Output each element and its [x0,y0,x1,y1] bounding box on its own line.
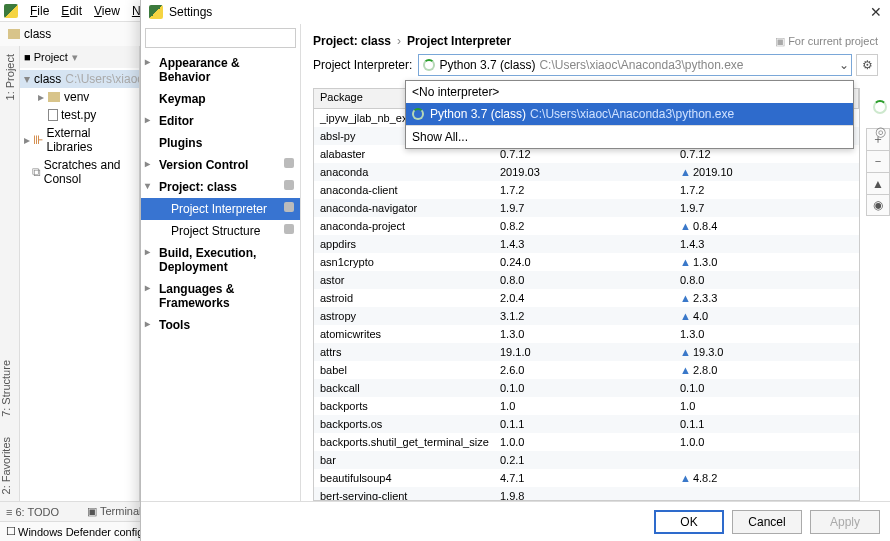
table-row[interactable]: bar0.2.1 [314,451,859,469]
folder-icon [8,29,20,39]
remove-button[interactable]: － [866,150,890,172]
progress-icon [873,100,887,114]
breadcrumb-label: class [24,27,51,41]
pycharm-icon [4,4,18,18]
upgrade-button[interactable]: ▲ [866,172,890,194]
close-icon[interactable]: ✕ [870,4,882,20]
chevron-down-icon: ⌄ [839,58,849,72]
table-row[interactable]: attrs19.1.0▲19.3.0 [314,343,859,361]
table-row[interactable]: backports.os0.1.10.1.1 [314,415,859,433]
table-row[interactable]: beautifulsoup44.7.1▲4.8.2 [314,469,859,487]
table-row[interactable]: atomicwrites1.3.01.3.0 [314,325,859,343]
menu-edit[interactable]: Edit [55,4,88,18]
menu-file[interactable]: File [24,4,55,18]
todo-tool-button[interactable]: ≡ 6: TODO [6,506,73,518]
table-row[interactable]: backports1.01.0 [314,397,859,415]
ok-button[interactable]: OK [654,510,724,534]
category-item[interactable]: ▾Project: class [141,176,300,198]
table-row[interactable]: astor0.8.00.8.0 [314,271,859,289]
settings-breadcrumb: Project: class›Project Interpreter For c… [301,24,890,54]
option-python37[interactable]: Python 3.7 (class) C:\Users\xiaoc\Anacon… [406,103,853,125]
category-item[interactable]: ▸Languages & Frameworks [141,278,300,314]
cancel-button[interactable]: Cancel [732,510,802,534]
table-row[interactable]: anaconda-project0.8.2▲0.8.4 [314,217,859,235]
search-input[interactable] [145,28,296,48]
table-row[interactable]: anaconda2019.03▲2019.10 [314,163,859,181]
table-row[interactable]: anaconda-navigator1.9.71.9.7 [314,199,859,217]
project-tool-button[interactable]: 1: Project [4,54,16,100]
table-row[interactable]: asn1crypto0.24.0▲1.3.0 [314,253,859,271]
category-item[interactable]: Keymap [141,88,300,110]
category-item[interactable]: Plugins [141,132,300,154]
table-row[interactable]: astropy3.1.2▲4.0 [314,307,859,325]
category-item[interactable]: Project Structure [141,220,300,242]
interpreter-settings-button[interactable]: ⚙ [856,54,878,76]
interpreter-combo[interactable]: Python 3.7 (class) C:\Users\xiaoc\Anacon… [418,54,852,76]
table-row[interactable]: backcall0.1.00.1.0 [314,379,859,397]
project-tree: ■Project▾ ▾classC:\Users\xiaoc\▸venvtest… [20,46,140,501]
loading-icon [423,59,435,71]
tree-item[interactable]: test.py [20,106,139,124]
status-text: Windows Defender configu [18,526,149,538]
structure-tool-button[interactable]: 7: Structure [0,360,12,417]
settings-dialog: Settings ✕ ▸Appearance & BehaviorKeymap▸… [140,0,890,541]
table-row[interactable]: appdirs1.4.31.4.3 [314,235,859,253]
dialog-buttons: OK Cancel Apply [141,501,890,541]
tree-item[interactable]: ▾classC:\Users\xiaoc\ [20,70,139,88]
show-button[interactable]: ◉ [866,194,890,216]
table-row[interactable]: astroid2.0.4▲2.3.3 [314,289,859,307]
option-no-interpreter[interactable]: <No interpreter> [406,81,853,103]
category-item[interactable]: Project Interpreter [141,198,300,220]
option-show-all[interactable]: Show All... [406,126,853,148]
package-tool-buttons: ＋ － ▲ ◉ [866,128,890,216]
apply-button[interactable]: Apply [810,510,880,534]
menu-view[interactable]: View [88,4,126,18]
tree-item[interactable]: ▸⊪External Libraries [20,124,139,156]
package-table: Package _ipyw_jlab_nb_ext_absl-pyalabast… [313,88,860,501]
table-row[interactable]: anaconda-client1.7.21.7.2 [314,181,859,199]
category-item[interactable]: ▸Appearance & Behavior [141,52,300,88]
category-item[interactable]: ▸Tools [141,314,300,336]
interpreter-label: Project Interpreter: [313,58,412,72]
interpreter-dropdown: <No interpreter> Python 3.7 (class) C:\U… [405,80,854,149]
category-item[interactable]: ▸Editor [141,110,300,132]
pycharm-icon [149,5,163,19]
tree-item[interactable]: ▸venv [20,88,139,106]
category-item[interactable]: ▸Build, Execution, Deployment [141,242,300,278]
for-current-project-label: For current project [775,35,878,48]
table-row[interactable]: backports.shutil_get_terminal_size1.0.01… [314,433,859,451]
loading-icon [412,108,424,120]
favorites-tool-button[interactable]: 2: Favorites [0,437,12,494]
watch-icon[interactable]: ◎ [875,124,886,139]
table-row[interactable]: bert-serving-client1.9.8 [314,487,859,500]
dialog-title: Settings [169,5,870,19]
settings-sidebar: ▸Appearance & BehaviorKeymap▸EditorPlugi… [141,24,301,501]
category-item[interactable]: ▸Version Control [141,154,300,176]
table-row[interactable]: babel2.6.0▲2.8.0 [314,361,859,379]
tree-item[interactable]: ⧉Scratches and Consol [20,156,139,188]
project-tree-header[interactable]: ■Project▾ [20,46,139,68]
